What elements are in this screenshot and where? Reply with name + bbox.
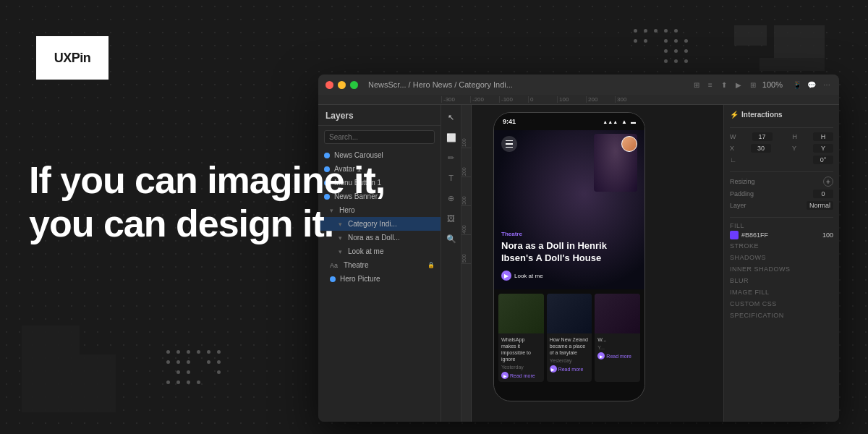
rp-fill-opacity[interactable]: 100 <box>822 231 833 239</box>
deco-block-bottom-left <box>22 354 116 412</box>
ruler-v-mark: 300 <box>461 177 471 206</box>
ruler-mark: 300 <box>615 96 644 103</box>
app-body: Layers News Carousel Avatar 1 Menu Butto… <box>318 105 839 422</box>
rp-padding-value[interactable]: 0 <box>813 190 833 198</box>
rp-shadows-header: SHADOWS <box>730 254 833 261</box>
traffic-light-green[interactable] <box>350 81 358 89</box>
rp-fill-color-swatch[interactable] <box>730 231 739 239</box>
rp-blur-header: BLUR <box>730 277 833 284</box>
phone-card-readmore-2[interactable]: ▶ Read more <box>550 365 590 373</box>
rp-padding-label: Padding <box>730 190 754 197</box>
phone-avatar[interactable] <box>621 136 637 152</box>
phone-hamburger-button[interactable] <box>501 136 517 152</box>
ruler-v-mark: 200 <box>461 148 471 177</box>
phone-card-image-3 <box>595 294 640 333</box>
phone-hero: Theatre Nora as a Doll in Henrik Ibsen's… <box>494 130 644 289</box>
phone-card-readmore-1[interactable]: ▶ Read more <box>501 372 541 379</box>
rp-angle-label: ∟ <box>730 156 736 163</box>
breadcrumb: NewsScr... / Hero News / Category Indi..… <box>368 80 513 89</box>
toolbar-cursor-icon[interactable]: ↖ <box>445 111 458 124</box>
rp-layer-value[interactable]: Normal <box>807 201 833 210</box>
phone-status-icons: ▲▲▲ ▲ ▬ <box>603 119 636 125</box>
layers-header: Layers <box>318 105 441 126</box>
toolbar-icon-share[interactable]: ⬆ <box>721 81 727 89</box>
layer-item-theatre[interactable]: Aa Theatre 🔒 <box>318 258 441 272</box>
phone-card-title-1: WhatsApp makes it impossible to ignore <box>501 336 541 362</box>
toolbar-icon-export[interactable]: ⊞ <box>750 81 756 89</box>
logo-box: UXPin <box>36 36 109 80</box>
layer-label: Theatre <box>344 261 368 269</box>
phone-cards: WhatsApp makes it impossible to ignore Y… <box>494 289 644 386</box>
hamburger-line <box>506 143 513 145</box>
rp-w-value[interactable]: 17 <box>752 132 773 141</box>
phone-hero-content: Theatre Nora as a Doll in Henrik Ibsen's… <box>501 231 637 281</box>
layers-search-input[interactable] <box>324 130 435 144</box>
ruler-mark: 200 <box>586 96 615 103</box>
phone-card-3[interactable]: W... Y... ▶ Read more <box>595 294 640 382</box>
phone-card-image-2 <box>547 294 592 333</box>
toolbar-pen-icon[interactable]: ✏ <box>445 151 458 164</box>
rp-custom-css-header: CUSTOM CSS <box>730 300 833 307</box>
traffic-light-yellow[interactable] <box>338 81 346 89</box>
layer-label: Hero Picture <box>340 275 380 283</box>
deco-rect-1 <box>774 25 825 58</box>
rp-resizing-add-button[interactable]: + <box>823 176 833 187</box>
phone-category: Theatre <box>501 231 637 237</box>
phone-card-image-1 <box>498 294 544 333</box>
ruler-horizontal: -300 -200 -100 0 100 200 300 <box>318 95 839 105</box>
toolbar-text-icon[interactable]: T <box>445 171 458 184</box>
battery-icon: ▬ <box>631 119 636 124</box>
rp-specification-header: SPECIFICATION <box>730 312 833 319</box>
readmore-text-1: Read more <box>510 373 535 378</box>
toolbar-image-icon[interactable]: 🖼 <box>445 212 458 225</box>
toolbar-icon-play[interactable]: ▶ <box>736 81 741 89</box>
rp-row-angle: ∟ 0° <box>730 156 833 164</box>
readmore-text-2: Read more <box>558 367 584 372</box>
right-panel-section-label: Interactions <box>741 111 783 119</box>
bolt-icon: ⚡ <box>730 111 739 119</box>
layer-label: News Carousel <box>334 151 383 159</box>
phone-nav <box>494 130 644 158</box>
phone-card-text-3: W... Y... ▶ Read more <box>595 333 640 362</box>
layers-panel: Layers News Carousel Avatar 1 Menu Butto… <box>318 105 441 422</box>
toolbar-shape-icon[interactable]: ⬜ <box>445 131 458 144</box>
layer-text-icon: Aa <box>330 262 338 269</box>
dot-grid-bottom-left <box>166 350 234 398</box>
toolbar-icon-device[interactable]: 📱 <box>793 81 801 89</box>
title-bar: NewsScr... / Hero News / Category Indi..… <box>318 75 839 95</box>
rp-row-w: W 17 H H <box>730 132 833 141</box>
toolbar-icon-grid[interactable]: ⊞ <box>694 81 699 89</box>
left-toolbar: ↖ ⬜ ✏ T ⊕ 🖼 🔍 <box>441 105 461 422</box>
ruler-mark: -200 <box>470 96 499 103</box>
readmore-arrow-icon: ▶ <box>503 373 507 378</box>
toolbar-icon-extra[interactable]: ⋯ <box>823 81 830 89</box>
toolbar-icon-comment[interactable]: 💬 <box>807 81 816 89</box>
toolbar-icon-menu[interactable]: ≡ <box>708 81 712 89</box>
layer-item-hero-picture[interactable]: Hero Picture <box>318 272 441 286</box>
canvas-area[interactable]: 9:41 ▲▲▲ ▲ ▬ <box>472 105 723 422</box>
toolbar-component-icon[interactable]: ⊕ <box>445 192 458 205</box>
rp-h-label: H <box>793 133 798 140</box>
traffic-light-red[interactable] <box>326 81 333 89</box>
rp-y-value[interactable]: Y <box>813 144 833 153</box>
rp-h-value[interactable]: H <box>813 132 833 141</box>
phone-card-2[interactable]: How New Zeland became a place of a fairy… <box>547 294 592 382</box>
rp-w-label: W <box>730 133 736 140</box>
phone-cta[interactable]: ▶ Look at me <box>501 271 637 281</box>
readmore-arrow-icon-3: ▶ <box>600 354 603 359</box>
toolbar-search-icon[interactable]: 🔍 <box>445 232 458 245</box>
phone-hero-title: Nora as a Doll in Henrik Ibsen's A Doll'… <box>501 240 637 265</box>
phone-time: 9:41 <box>503 118 516 125</box>
rp-angle-value[interactable]: 0° <box>813 156 833 164</box>
rp-resizing-label: Resizing <box>730 178 755 185</box>
rp-fill-hex[interactable]: #B861FF <box>741 231 768 239</box>
hamburger-line <box>506 147 513 148</box>
phone-card-readmore-3[interactable]: ▶ Read more <box>597 352 637 359</box>
phone-cta-dot: ▶ <box>501 271 511 281</box>
layer-item-look-at-me[interactable]: ▾ Look at me <box>318 244 441 258</box>
rp-x-value[interactable]: 30 <box>751 144 771 153</box>
rp-divider-3 <box>730 217 833 218</box>
cta-arrow-icon: ▶ <box>504 273 509 279</box>
phone-card-1[interactable]: WhatsApp makes it impossible to ignore Y… <box>498 294 544 382</box>
rp-inner-shadows-header: INNER SHADOWS <box>730 265 833 273</box>
